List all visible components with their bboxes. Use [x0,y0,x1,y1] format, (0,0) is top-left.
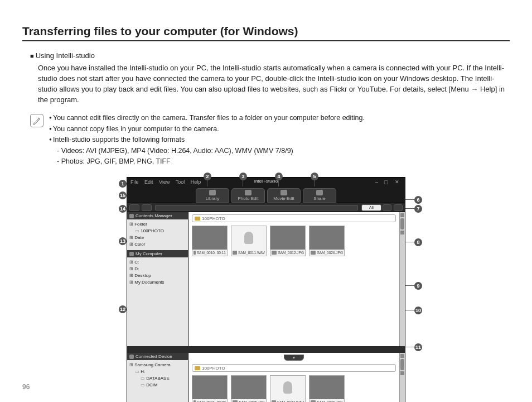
scrollbar[interactable] [399,353,405,402]
thumbnail[interactable]: SAM_0004. 00:08 [192,375,228,402]
note-item: Intelli-studio supports the following fo… [49,135,365,145]
thumbnail[interactable]: SAM_0026.JPG [309,226,345,256]
tree-camera-db[interactable]: DATABASE [141,375,186,382]
tree-camera[interactable]: Samsung Camera [129,362,186,368]
callout-14: 14 [119,205,127,213]
callout-15: 15 [119,192,127,199]
tab-movie-edit[interactable]: Movie Edit [267,188,301,203]
menu-tool[interactable]: Tool [176,179,185,185]
sidebar-panel-contents[interactable]: Contents Manager [127,212,188,219]
screenshot-figure: 1 2 3 4 5 15 14 13 12 6 7 8 9 10 11 Inte… [110,177,422,402]
callout-12: 12 [119,305,127,313]
tree-drive[interactable]: C: [129,259,186,266]
nav-forward-button[interactable] [142,204,152,211]
path-bar[interactable] [155,205,358,210]
tree-folder[interactable]: Folder [129,221,186,228]
sidebar-panel-mycomputer[interactable]: My Computer [127,250,188,257]
nav-back-button[interactable] [129,204,139,211]
menubar[interactable]: File Edit View Tool Help [130,179,205,185]
callout-1: 1 [119,180,127,188]
tab-photo-edit[interactable]: Photo Edit [231,188,265,203]
tree-folder-sub[interactable]: 100PHOTO [135,228,186,234]
tree-date[interactable]: Date [129,234,186,241]
page-title: Transferring files to your computer (for… [22,25,510,41]
scrollbar[interactable] [399,212,405,346]
filter-photo-button[interactable] [383,204,391,211]
sidebar-panel-connected[interactable]: Connected Device [127,353,188,360]
callout-10: 10 [414,307,422,314]
tree-desktop[interactable]: Desktop [129,272,186,279]
filter-video-button[interactable] [394,204,403,211]
app-brand: Intelli-studio [254,178,278,184]
page-number: 96 [22,383,30,391]
note-item: You cannot edit files directly on the ca… [49,113,365,123]
menu-file[interactable]: File [130,179,139,185]
callout-9: 9 [414,282,422,290]
sidebar: Contents Manager Folder 100PHOTO Date Co… [127,212,188,346]
thumbnail[interactable]: SAM_0010. 00:11 [192,226,228,256]
tree-color[interactable]: Color [129,241,186,248]
filter-all-button[interactable]: All [361,204,381,211]
menu-edit[interactable]: Edit [144,179,153,185]
folder-path-top[interactable]: 100PHOTO [192,214,396,222]
tab-share[interactable]: Share [303,188,336,203]
thumbnail[interactable]: SAM_0005.JPG [231,375,267,402]
tab-library[interactable]: Library [196,188,229,203]
callout-7: 7 [414,205,422,213]
folder-path-bottom[interactable]: 100PHOTO [192,364,396,372]
navigation-strip: All [127,203,405,212]
main-toolbar: Library Photo Edit Movie Edit Share [127,186,405,203]
note-item: You cannot copy files in your computer t… [49,124,365,135]
thumbnail-row-bottom: SAM_0004. 00:08 SAM_0005.JPG SAM_0024.WA… [188,372,399,402]
callout-6: 6 [414,196,422,204]
window-controls[interactable]: – ▢ ✕ [375,179,402,185]
menu-help[interactable]: Help [191,179,201,185]
tree-camera-dcim[interactable]: DCIM [141,382,186,389]
tree-camera-drive[interactable]: H: [135,368,186,375]
note-subitem: Videos: AVI (MJPEG), MP4 (Video: H.264, … [57,146,365,156]
callout-8: 8 [414,238,422,246]
thumbnail[interactable]: SAM_0012.JPG [270,226,306,256]
thumbnail[interactable]: SAM_0011.WAV [231,226,267,256]
callout-13: 13 [119,237,127,245]
menu-view[interactable]: View [159,179,170,185]
tree-mydocs[interactable]: My Documents [129,279,186,286]
app-window: Intelli-studio File Edit View Tool Help … [127,177,405,402]
thumbnail[interactable]: SAM_0024.WAV [270,375,306,402]
expand-down-button[interactable] [188,353,399,362]
note-icon [30,114,43,127]
note-list: You cannot edit files directly on the ca… [49,113,365,167]
callout-11: 11 [414,343,422,351]
body-paragraph: Once you have installed the Intelli-stud… [38,63,510,105]
note-subitem: Photos: JPG, GIF, BMP, PNG, TIFF [57,156,365,167]
thumbnail-row-top: SAM_0010. 00:11 SAM_0011.WAV SAM_0012.JP… [188,222,399,260]
tree-drive[interactable]: D: [129,266,186,272]
section-heading: Using Intelli-studio [30,51,510,60]
thumbnail[interactable]: SAM_0026.JPG [309,375,345,402]
